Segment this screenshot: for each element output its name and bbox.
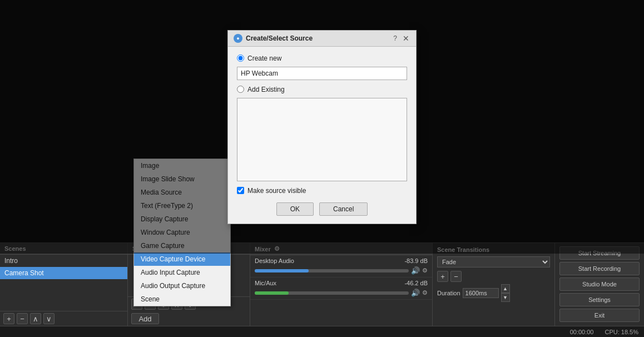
start-recording-button[interactable]: Start Recording: [559, 262, 640, 275]
studio-mode-button[interactable]: Studio Mode: [559, 277, 640, 291]
status-cpu: CPU: 18.5%: [605, 329, 638, 335]
desktop-audio-settings-icon[interactable]: ⚙: [422, 267, 428, 274]
settings-button[interactable]: Settings: [559, 293, 640, 306]
scenes-down-button[interactable]: ∨: [43, 313, 55, 324]
duration-input[interactable]: [463, 288, 499, 298]
scenes-controls: + − ∧ ∨: [0, 311, 127, 326]
transitions-controls: Fade Cut Swipe: [437, 256, 550, 267]
modal-overlay: ● Create/Select Source ? ✕ Create new Ad…: [0, 0, 644, 254]
context-menu-item-audio-input[interactable]: Audio Input Capture: [134, 266, 230, 279]
mic-aux-fader[interactable]: [255, 291, 409, 295]
create-select-source-dialog: ● Create/Select Source ? ✕ Create new Ad…: [227, 30, 417, 224]
transitions-add-remove: + −: [437, 271, 550, 282]
add-existing-radio[interactable]: [237, 86, 244, 93]
mixer-channel-desktop: Desktop Audio -83.9 dB 🔊 ⚙: [250, 255, 432, 277]
scenes-add-button[interactable]: +: [3, 313, 14, 324]
context-menu-item-audio-output[interactable]: Audio Output Capture: [134, 279, 230, 293]
sources-section: Sou Image Image Slide Show Media Source …: [128, 243, 250, 326]
add-existing-row: Add Existing: [237, 86, 407, 93]
ok-button[interactable]: OK: [276, 202, 314, 216]
buttons-section: Start Streaming Start Recording Studio M…: [555, 243, 644, 326]
transitions-fade-select[interactable]: Fade Cut Swipe: [437, 256, 550, 267]
scene-item-camera-shot[interactable]: Camera Shot: [0, 267, 127, 279]
dialog-footer: OK Cancel: [237, 202, 407, 216]
dialog-close-button[interactable]: ✕: [402, 34, 410, 43]
transitions-remove-button[interactable]: −: [450, 271, 462, 282]
scenes-remove-button[interactable]: −: [17, 313, 28, 324]
dialog-titlebar-left: ● Create/Select Source: [234, 34, 313, 43]
duration-decrement-button[interactable]: ▼: [501, 293, 510, 302]
duration-increment-button[interactable]: ▲: [501, 284, 510, 293]
make-visible-row: Make source visible: [237, 187, 407, 195]
make-source-visible-checkbox[interactable]: [237, 187, 244, 194]
mic-aux-fader-fill: [255, 291, 289, 295]
desktop-audio-fader-fill: [255, 269, 309, 272]
mixer-channel-mic: Mic/Aux -46.2 dB 🔊 ⚙: [250, 277, 432, 300]
duration-label: Duration: [437, 290, 460, 296]
exit-button[interactable]: Exit: [559, 309, 640, 322]
create-new-row: Create new: [237, 54, 407, 62]
existing-sources-list[interactable]: [237, 98, 407, 181]
context-menu-item-video-capture[interactable]: Video Capture Device: [134, 252, 230, 266]
mic-aux-mute-icon[interactable]: 🔊: [411, 289, 420, 297]
dialog-title: Create/Select Source: [246, 34, 313, 42]
mic-aux-settings-icon[interactable]: ⚙: [422, 289, 428, 296]
source-name-input[interactable]: [237, 67, 407, 80]
status-bar: 00:00:00 CPU: 18.5%: [0, 326, 644, 337]
cancel-button[interactable]: Cancel: [319, 202, 368, 216]
scene-item-intro[interactable]: Intro: [0, 255, 127, 267]
desktop-audio-db: -83.9 dB: [404, 257, 428, 264]
bottom-panel: Scenes Intro Camera Shot + − ∧ ∨ Sou Ima…: [0, 242, 644, 326]
dialog-body: Create new Add Existing Make source visi…: [228, 47, 416, 224]
dialog-titlebar: ● Create/Select Source ? ✕: [228, 31, 416, 47]
status-time: 00:00:00: [570, 329, 594, 335]
scenes-up-button[interactable]: ∧: [30, 313, 41, 324]
transitions-add-button[interactable]: +: [437, 271, 448, 282]
scene-list: Intro Camera Shot: [0, 255, 127, 311]
create-new-radio[interactable]: [237, 54, 244, 62]
context-menu-item-scene[interactable]: Scene: [134, 293, 230, 306]
add-existing-label: Add Existing: [247, 86, 285, 93]
scenes-section: Scenes Intro Camera Shot + − ∧ ∨: [0, 243, 128, 326]
duration-row: Duration ▲ ▼: [437, 284, 550, 302]
desktop-audio-fader[interactable]: [255, 269, 409, 272]
desktop-audio-label: Desktop Audio: [255, 257, 294, 264]
create-new-label: Create new: [247, 54, 281, 62]
mixer-section: Mixer ⚙ Desktop Audio -83.9 dB 🔊 ⚙ Mic/A…: [250, 243, 433, 326]
dialog-app-icon: ●: [234, 34, 242, 43]
make-source-visible-label: Make source visible: [247, 187, 306, 195]
mic-aux-db: -46.2 dB: [404, 280, 428, 286]
dialog-help-button[interactable]: ?: [391, 34, 399, 42]
mic-aux-label: Mic/Aux: [255, 280, 276, 286]
add-button[interactable]: Add: [131, 313, 159, 324]
transitions-section: Scene Transitions Fade Cut Swipe + − Dur…: [433, 243, 555, 326]
desktop-audio-mute-icon[interactable]: 🔊: [411, 266, 420, 275]
